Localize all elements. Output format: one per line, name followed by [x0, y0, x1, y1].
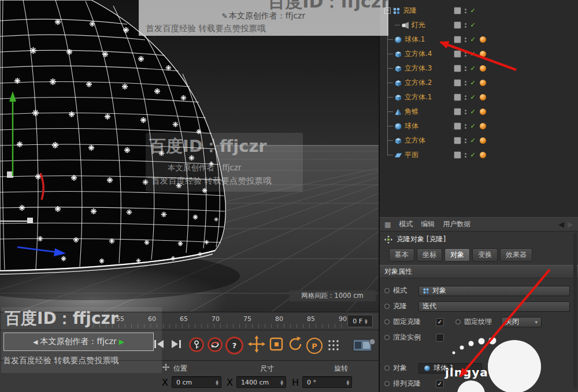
keyframe-dot-icon[interactable] — [384, 288, 390, 293]
layer-toggle[interactable] — [454, 50, 461, 58]
visibility-dots[interactable] — [465, 9, 466, 13]
object-row-light[interactable]: 灯光 ✓ — [380, 18, 578, 32]
object-row-plane[interactable]: 平面 ✓ — [380, 148, 578, 162]
enabled-check-icon[interactable]: ✓ — [469, 137, 477, 144]
object-row-sphere1[interactable]: 球体.1 ✓ — [380, 32, 578, 47]
rotation-h-field: H 0 ° ▲▼ — [292, 376, 352, 388]
sphere-mini-icon — [424, 365, 431, 372]
visibility-dots[interactable] — [465, 110, 466, 114]
enabled-check-icon[interactable]: ✓ — [469, 79, 477, 87]
layer-toggle[interactable] — [454, 151, 461, 159]
tab-transform[interactable]: 变换 — [472, 248, 498, 262]
stepper[interactable]: ▲▼ — [216, 379, 218, 385]
layer-toggle[interactable] — [454, 108, 461, 115]
visibility-dots[interactable] — [465, 124, 466, 129]
cube-icon — [394, 94, 402, 102]
skip-to-end-button[interactable] — [169, 337, 184, 352]
fix-clone-checkbox[interactable]: ✓ — [436, 318, 444, 326]
visibility-dots[interactable] — [465, 38, 466, 42]
layer-toggle[interactable] — [454, 36, 461, 43]
help-button[interactable]: ? — [225, 337, 243, 354]
object-row-pyramid[interactable]: 角锥 ✓ — [380, 104, 578, 119]
layer-toggle[interactable] — [454, 137, 461, 144]
keyframe-dot-icon[interactable] — [384, 304, 390, 309]
layer-toggle[interactable] — [454, 79, 461, 87]
scale-tool-button[interactable] — [268, 335, 285, 353]
tab-object[interactable]: 对象 — [444, 248, 470, 262]
keyframe-dots-button[interactable] — [326, 338, 341, 353]
clones-dropdown[interactable]: 迭代 — [418, 301, 570, 312]
keyframe-dot-icon[interactable] — [384, 335, 390, 340]
visibility-dots[interactable] — [465, 95, 466, 100]
autokey-loop-button[interactable] — [207, 337, 223, 353]
visibility-dots[interactable] — [465, 23, 466, 28]
keyframe-dot-icon[interactable] — [455, 319, 461, 324]
tree-connector — [388, 97, 393, 98]
tree-connector — [388, 140, 393, 141]
keyframe-record-button[interactable] — [188, 337, 205, 353]
render-settings-button[interactable] — [353, 337, 376, 353]
menu-edit[interactable]: 编辑 — [421, 219, 435, 229]
enabled-check-icon[interactable]: ✓ — [469, 65, 477, 72]
watermark-id-text: 百度ID：ffjczr — [5, 308, 118, 330]
current-frame-field[interactable]: 0 F ▲▼ — [347, 315, 373, 327]
keyframe-dot-icon[interactable] — [384, 381, 390, 386]
layer-toggle[interactable] — [454, 94, 461, 101]
keyframe-dot-icon[interactable] — [384, 365, 390, 371]
tab-basic[interactable]: 基本 — [389, 248, 414, 262]
material-tag-icon[interactable] — [480, 94, 486, 100]
material-tag-icon[interactable] — [480, 152, 486, 158]
fix-texture-dropdown[interactable]: 关闭 ▾ — [501, 317, 542, 327]
object-row-cube1[interactable]: 立方体.1 ✓ — [380, 90, 578, 104]
material-tag-icon[interactable] — [480, 36, 486, 43]
enabled-check-icon[interactable]: ✓ — [469, 151, 477, 159]
enabled-check-icon[interactable]: ✓ — [469, 122, 477, 130]
menu-userdata[interactable]: 用户数据 — [443, 219, 470, 229]
material-tag-icon[interactable] — [480, 80, 486, 86]
rotate-tool-button[interactable] — [287, 335, 304, 353]
nav-forward-icon[interactable]: ▶ — [568, 220, 573, 229]
object-row-cube4[interactable]: 立方体.4 ✓ — [380, 47, 578, 61]
enabled-check-icon[interactable]: ✓ — [469, 94, 477, 101]
material-tag-icon[interactable] — [480, 109, 486, 115]
rotation-h-input[interactable]: 0 ° ▲▼ — [302, 376, 352, 388]
section-object-properties: 对象属性 — [380, 265, 578, 278]
object-row-cube[interactable]: 立方体 ✓ — [380, 133, 578, 148]
material-tag-icon[interactable] — [480, 137, 486, 144]
visibility-dots[interactable] — [465, 66, 466, 71]
stepper[interactable]: ▲▼ — [346, 379, 349, 385]
enabled-check-icon[interactable]: ✓ — [469, 36, 477, 43]
object-row-sphere[interactable]: 球体 ✓ — [380, 119, 578, 133]
param-label: 固定纹理 — [464, 317, 498, 327]
stepper[interactable]: ▲▼ — [280, 379, 283, 385]
material-tag-icon[interactable] — [480, 65, 486, 72]
visibility-dots[interactable] — [465, 153, 466, 158]
coordinate-system-button[interactable]: P — [306, 338, 323, 354]
tab-coordinates[interactable]: 坐标 — [417, 248, 442, 262]
enabled-check-icon[interactable]: ✓ — [469, 108, 477, 115]
position-x-input[interactable]: 0 cm ▲▼ — [172, 376, 221, 388]
layer-toggle[interactable] — [454, 21, 461, 29]
visibility-dots[interactable] — [465, 139, 466, 143]
tab-effectors[interactable]: 效果器 — [500, 248, 532, 262]
keyframe-dot-icon[interactable] — [384, 319, 390, 324]
object-row-cube3[interactable]: 立方体.3 ✓ — [380, 61, 578, 76]
object-row-clone[interactable]: − 克隆 ✓ — [380, 0, 578, 18]
visibility-dots[interactable] — [465, 81, 466, 85]
layer-toggle[interactable] — [454, 65, 461, 72]
nav-back-icon[interactable]: ◀ — [558, 220, 564, 229]
menu-mode[interactable]: 模式 — [399, 219, 413, 229]
mode-dropdown[interactable]: 对象 — [418, 286, 570, 296]
object-row-cube2[interactable]: 立方体.2 ✓ — [380, 76, 578, 90]
material-tag-icon[interactable] — [480, 123, 486, 129]
layer-toggle[interactable] — [454, 122, 461, 130]
size-x-input[interactable]: 1400 cm ▲▼ — [236, 376, 286, 388]
enabled-check-icon[interactable]: ✓ — [469, 50, 477, 58]
visibility-dots[interactable] — [465, 52, 466, 57]
frame-stepper[interactable]: ▲▼ — [365, 318, 368, 324]
layer-toggle[interactable] — [454, 7, 461, 14]
enabled-check-icon[interactable]: ✓ — [469, 7, 477, 14]
material-tag-icon[interactable] — [480, 51, 486, 57]
move-tool-button[interactable] — [247, 335, 266, 353]
enabled-check-icon[interactable]: ✓ — [469, 21, 477, 29]
